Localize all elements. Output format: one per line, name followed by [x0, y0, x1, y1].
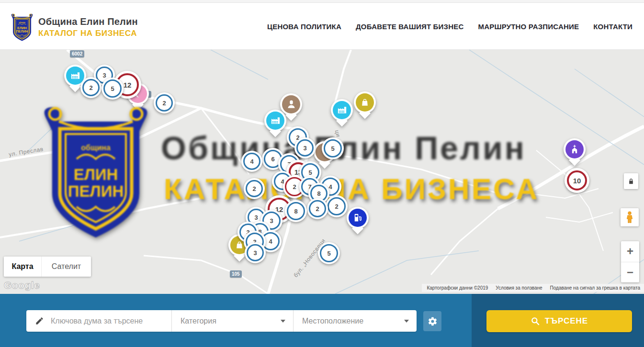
cluster-count: 4	[328, 183, 332, 190]
svg-text:ПЕЛИН: ПЕЛИН	[16, 30, 28, 34]
pegman-icon	[624, 211, 635, 224]
municipality-crest-icon: община ЕЛИН ПЕЛИН	[11, 12, 34, 42]
lock-icon	[628, 178, 634, 185]
map-pin-factory[interactable]	[331, 99, 353, 121]
cluster-count: 3	[270, 217, 273, 224]
cluster-count: 3	[102, 72, 106, 79]
lock-control-button[interactable]	[624, 173, 638, 189]
zoom-control: + −	[621, 241, 639, 282]
nav-item-3[interactable]: КОНТАКТИ	[593, 22, 633, 31]
factory-icon	[266, 112, 284, 130]
cluster-marker[interactable]: 2	[80, 77, 102, 98]
map-attribution: Картографски данни ©2019Условия за ползв…	[422, 284, 644, 292]
attribution-text: Картографски данни ©2019	[427, 285, 488, 291]
cluster-count: 4	[269, 238, 272, 245]
map-pin-church[interactable]	[564, 138, 586, 160]
keyword-section	[26, 310, 171, 332]
bag-icon	[356, 93, 374, 112]
attribution-link-1[interactable]: Условия за ползване	[496, 285, 542, 291]
zoom-out-button[interactable]: −	[621, 262, 639, 283]
nav-item-0[interactable]: ЦЕНОВА ПОЛИТИКА	[267, 22, 341, 31]
cluster-count: 2	[316, 205, 319, 213]
cluster-count: 10	[573, 177, 581, 185]
location-select-label: Местоположение	[302, 317, 363, 325]
map-type-satellite-button[interactable]: Сателит	[41, 257, 91, 277]
cluster-count: 2	[162, 100, 166, 107]
cluster-count: 4	[250, 158, 253, 165]
search-box: Категория Местоположение	[26, 310, 417, 332]
zoom-in-button[interactable]: +	[621, 241, 639, 262]
gear-icon	[428, 316, 438, 326]
cluster-count: 8	[294, 208, 297, 215]
map-type-map-button[interactable]: Карта	[4, 257, 41, 277]
cluster-count: 2	[89, 84, 92, 91]
road-number-badge: 6002	[70, 50, 84, 57]
svg-text:ЕЛИН: ЕЛИН	[17, 26, 27, 30]
map-pin-shopping-bag[interactable]	[354, 91, 376, 113]
site-subtitle: КАТАЛОГ НА БИЗНЕСА	[38, 29, 138, 38]
search-bar: Категория Местоположение ТЪРСЕНЕ	[0, 294, 644, 347]
cluster-marker[interactable]: 2	[244, 178, 265, 199]
search-icon	[531, 316, 540, 326]
chevron-down-icon	[281, 320, 285, 323]
road-number-badge: 105	[230, 270, 242, 278]
cluster-count: 2	[252, 185, 256, 192]
search-submit-button[interactable]: ТЪРСЕНЕ	[486, 310, 632, 332]
site-title: Община Елин Пелин	[38, 16, 138, 27]
cluster-marker[interactable]: 2	[326, 195, 348, 217]
nav-item-2[interactable]: МАРШРУТНО РАЗПИСАНИЕ	[478, 22, 579, 31]
cluster-marker[interactable]: 2	[154, 92, 175, 113]
chevron-down-icon	[404, 320, 409, 323]
site-logo[interactable]: община ЕЛИН ПЕЛИН Община Елин Пелин КАТА…	[11, 12, 138, 42]
nav-item-1[interactable]: ДОБАВЕТЕ ВАШИЯТ БИЗНЕС	[356, 22, 463, 31]
cluster-marker[interactable]: 10	[565, 168, 589, 193]
cluster-marker[interactable]: 5	[318, 242, 340, 264]
cluster-count: 5	[308, 169, 312, 176]
street-label: ци	[334, 129, 342, 137]
cluster-count: 12	[124, 81, 132, 89]
attribution-link-2[interactable]: Подаване на сигнал за грешка в картата	[550, 285, 640, 291]
location-select[interactable]: Местоположение	[293, 310, 417, 332]
search-button-label: ТЪРСЕНЕ	[545, 316, 588, 326]
cluster-marker[interactable]: 3	[294, 137, 316, 158]
cluster-count: 2	[293, 183, 296, 190]
cluster-marker[interactable]: 8	[285, 200, 307, 222]
advanced-settings-button[interactable]	[423, 311, 441, 331]
header: община ЕЛИН ПЕЛИН Община Елин Пелин КАТА…	[0, 3, 644, 50]
cluster-count: 3	[254, 214, 258, 221]
category-select[interactable]: Категория	[171, 310, 293, 332]
cluster-marker[interactable]: 2	[307, 198, 328, 219]
map-pin-gas-station[interactable]	[347, 207, 369, 229]
cluster-count: 2	[335, 203, 338, 210]
cluster-count: 3	[303, 145, 306, 152]
main-nav: ЦЕНОВА ПОЛИТИКАДОБАВЕТЕ ВАШИЯТ БИЗНЕСМАР…	[267, 3, 633, 50]
cluster-count: 6	[271, 156, 274, 163]
category-select-label: Категория	[181, 317, 216, 325]
google-logo[interactable]: Google	[4, 280, 40, 291]
svg-text:община: община	[19, 22, 25, 23]
factory-icon	[333, 101, 351, 119]
church-icon	[565, 140, 584, 158]
cluster-count: 5	[327, 250, 330, 257]
worker-icon	[282, 95, 300, 113]
map-type-control: Карта Сателит	[4, 257, 91, 277]
cluster-count: 5	[331, 145, 334, 152]
map-canvas[interactable]: община ЕЛИН ПЕЛИН Община Елин Пелин КАТА…	[0, 50, 644, 294]
cluster-count: 3	[253, 249, 257, 257]
map-pin-worker[interactable]	[280, 93, 302, 115]
cluster-marker[interactable]: 5	[322, 137, 344, 159]
cluster-count: 5	[111, 85, 114, 92]
cluster-marker[interactable]: 5	[102, 78, 124, 100]
pencil-icon	[35, 316, 44, 325]
street-view-pegman-button[interactable]	[621, 208, 639, 226]
map-pin-factory[interactable]	[264, 110, 286, 132]
cluster-marker[interactable]: 3	[245, 242, 266, 263]
gas-icon	[349, 209, 367, 227]
cluster-marker[interactable]: 4	[241, 151, 262, 172]
cluster-count: 8	[317, 190, 320, 197]
keyword-search-input[interactable]	[51, 317, 161, 325]
